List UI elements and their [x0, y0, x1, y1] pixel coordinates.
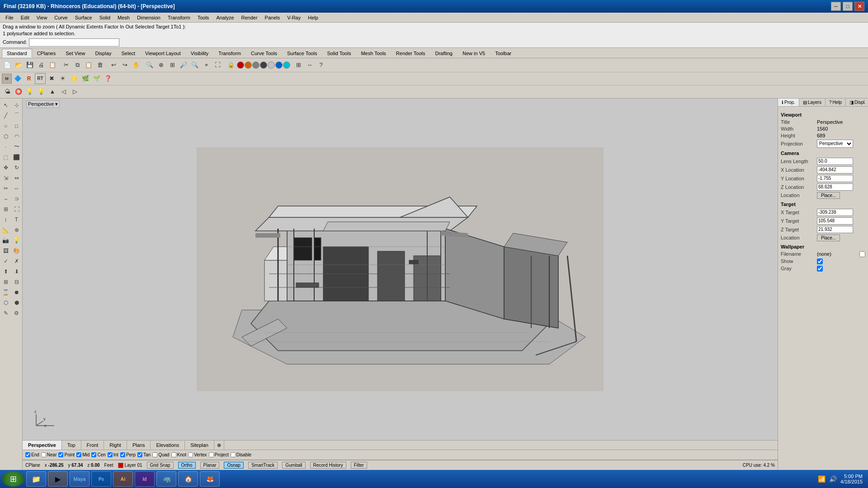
menu-file[interactable]: File [2, 14, 17, 21]
menu-view[interactable]: View [33, 14, 51, 21]
tab-surface-tools[interactable]: Surface Tools [282, 49, 322, 57]
menu-edit[interactable]: Edit [17, 14, 33, 21]
tray-network-icon[interactable]: 📶 [818, 475, 826, 483]
vp-tab-add[interactable]: ⊕ [214, 441, 224, 450]
snap-knot-cb[interactable] [171, 452, 176, 457]
vp-tab-plans[interactable]: Plans [127, 441, 151, 450]
start-button[interactable]: ⊞ [2, 471, 24, 487]
lp-mesh3[interactable]: ⬢ [12, 298, 22, 308]
menu-tools[interactable]: Tools [194, 14, 213, 21]
tb-s3[interactable]: 💡 [24, 86, 35, 97]
filter-btn[interactable]: Filter [351, 462, 367, 469]
tb-color-gray[interactable] [252, 61, 259, 69]
tb-undo[interactable]: ↩ [108, 60, 119, 70]
tb-save[interactable]: 💾 [24, 60, 35, 70]
lp-solid[interactable]: ⬛ [12, 152, 22, 162]
taskbar-app-maya[interactable]: Maya [70, 471, 90, 487]
tab-viewport-layout[interactable]: Viewport Layout [140, 49, 186, 57]
menu-curve[interactable]: Curve [51, 14, 71, 21]
snap-perp-cb[interactable] [120, 452, 125, 457]
tb-zoom-extent[interactable]: ⊞ [167, 60, 178, 70]
menu-mesh[interactable]: Mesh [114, 14, 133, 21]
vp-tab-siteplan[interactable]: Siteplan [185, 441, 214, 450]
vp-tab-perspective[interactable]: Perspective [23, 441, 62, 450]
taskbar-app-indesign[interactable]: Id [135, 471, 155, 487]
lp-fillet[interactable]: ⌣ [1, 194, 11, 204]
lp-arc[interactable]: ◠ [12, 131, 22, 141]
tb-r4[interactable]: RT [35, 73, 46, 84]
rt-tab-display[interactable]: ◨ Displ. [846, 99, 868, 106]
lp-offset[interactable]: ⊃ [12, 194, 22, 204]
snap-quad-cb[interactable] [152, 452, 157, 457]
lp-select[interactable]: ↖ [1, 100, 11, 110]
snap-mid-label[interactable]: Mid [82, 452, 90, 457]
lp-freeform[interactable]: 〜 [12, 142, 22, 152]
minimize-button[interactable]: ─ [831, 2, 841, 11]
tb-s6[interactable]: ◁ [58, 86, 69, 97]
tab-solid-tools[interactable]: Solid Tools [322, 49, 356, 57]
lp-up[interactable]: ⬆ [1, 267, 11, 277]
snap-perp-label[interactable]: Perp [126, 452, 136, 457]
ortho-btn[interactable]: Ortho [178, 462, 196, 469]
tb-s1[interactable]: 🌤 [2, 86, 13, 97]
snap-disable-label[interactable]: Disable [236, 452, 251, 457]
snap-point-cb[interactable] [58, 452, 63, 457]
wallpaper-show-cb[interactable] [817, 258, 823, 264]
tb-zoom-all[interactable]: ⛶ [212, 60, 223, 70]
menu-panels[interactable]: Panels [261, 14, 284, 21]
taskbar-app-firefox[interactable]: 🦊 [200, 471, 220, 487]
snap-tan-cb[interactable] [137, 452, 142, 457]
clock[interactable]: 5:00 PM 4/18/2015 [840, 474, 863, 484]
tab-cplanes[interactable]: CPlanes [32, 49, 61, 57]
lp-down[interactable]: ⬇ [12, 267, 22, 277]
tb-r3[interactable]: R [24, 73, 34, 84]
lens-input[interactable] [817, 158, 853, 165]
tb-print[interactable]: 🖨 [36, 60, 47, 70]
lp-layout[interactable]: ⊞ [1, 277, 11, 287]
tb-r9[interactable]: 🌱 [91, 73, 102, 84]
rt-tab-help[interactable]: ? Help [826, 99, 846, 106]
lp-mesh2[interactable]: ⬡ [1, 298, 11, 308]
rt-tab-layers[interactable]: ▤ Layers [799, 99, 826, 106]
command-input[interactable] [29, 38, 119, 47]
menu-solid[interactable]: Solid [96, 14, 114, 21]
record-history-btn[interactable]: Record History [310, 462, 346, 469]
tab-visibility[interactable]: Visibility [186, 49, 214, 57]
tab-new-v5[interactable]: New in V5 [458, 49, 490, 57]
tgt-place-button[interactable]: Place... [817, 235, 840, 241]
smarttrack-btn[interactable]: SmartTrack [248, 462, 278, 469]
tb-paste[interactable]: 📋 [83, 60, 94, 70]
zloc-input[interactable] [817, 183, 853, 191]
lp-group[interactable]: ⛶ [12, 204, 22, 214]
tb-r10[interactable]: ❓ [103, 73, 113, 84]
snap-point-label[interactable]: Point [64, 452, 75, 457]
snap-disable-cb[interactable] [231, 452, 236, 457]
menu-render[interactable]: Render [238, 14, 261, 21]
planar-btn[interactable]: Planar [200, 462, 220, 469]
snap-quad-label[interactable]: Quad [158, 452, 169, 457]
tb-r1[interactable]: M [2, 74, 12, 84]
tb-s5[interactable]: ▲ [47, 86, 58, 97]
tb-delete[interactable]: 🗑 [94, 60, 105, 70]
yloc-input[interactable] [817, 175, 853, 182]
lp-array[interactable]: ⊞ [1, 204, 11, 214]
snap-vertex-cb[interactable] [188, 452, 193, 457]
tb-zoom-out[interactable]: 🔍 [189, 60, 200, 70]
lp-select2[interactable]: ⊹ [12, 100, 22, 110]
maximize-button[interactable]: □ [843, 2, 853, 11]
tab-render-tools[interactable]: Render Tools [391, 49, 430, 57]
lp-text[interactable]: T [12, 215, 22, 225]
close-button[interactable]: ✕ [854, 2, 864, 11]
vp-tab-front[interactable]: Front [81, 441, 104, 450]
vp-tab-elevations[interactable]: Elevations [151, 441, 185, 450]
snap-knot-label[interactable]: Knot [177, 452, 187, 457]
tab-display[interactable]: Display [90, 49, 116, 57]
snap-end-cb[interactable] [25, 452, 30, 457]
lp-point[interactable]: · [1, 142, 11, 152]
tb-prop[interactable]: 📋 [47, 60, 58, 70]
main-viewport[interactable]: Perspective ▾ [23, 99, 778, 440]
vp-tab-right[interactable]: Right [104, 441, 127, 450]
wallpaper-file-cb[interactable] [859, 251, 865, 257]
lp-snap[interactable]: ⊕ [12, 225, 22, 235]
tb-open[interactable]: 📂 [13, 60, 24, 70]
